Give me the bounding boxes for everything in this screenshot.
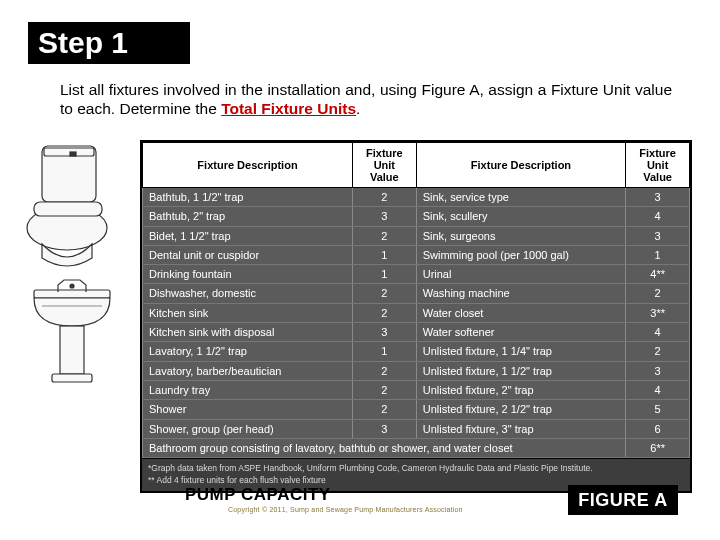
table-row: Bathtub, 1 1/2" trap2Sink, service type3 <box>143 188 690 207</box>
cell-desc: Sink, service type <box>416 188 626 207</box>
cell-val: 4 <box>626 380 690 399</box>
table-row: Lavatory, barber/beautician2Unlisted fix… <box>143 361 690 380</box>
intro-highlight: Total Fixture Units <box>221 100 356 117</box>
cell-val: 4 <box>626 207 690 226</box>
cell-desc: Dental unit or cuspidor <box>143 245 353 264</box>
svg-rect-5 <box>34 290 110 298</box>
cell-desc: Sink, surgeons <box>416 226 626 245</box>
table-row: Lavatory, 1 1/2" trap1Unlisted fixture, … <box>143 342 690 361</box>
cell-desc: Washing machine <box>416 284 626 303</box>
cell-desc: Kitchen sink <box>143 303 353 322</box>
table-row: Dental unit or cuspidor1Swimming pool (p… <box>143 245 690 264</box>
col-header-val-right: Fixture Unit Value <box>626 143 690 188</box>
cell-desc: Unlisted fixture, 2 1/2" trap <box>416 400 626 419</box>
col-header-desc-left: Fixture Description <box>143 143 353 188</box>
table-row: Dishwasher, domestic2Washing machine2 <box>143 284 690 303</box>
cell-desc: Swimming pool (per 1000 gal) <box>416 245 626 264</box>
figure-label: FIGURE A <box>568 485 678 515</box>
cell-val: 6 <box>626 419 690 438</box>
cell-val: 2 <box>352 303 416 322</box>
cell-desc: Urinal <box>416 265 626 284</box>
intro-post: . <box>356 100 360 117</box>
fixture-unit-table: Fixture Description Fixture Unit Value F… <box>140 140 692 493</box>
cell-val: 2 <box>626 284 690 303</box>
cell-val: 6** <box>626 438 690 457</box>
cell-desc: Unlisted fixture, 3" trap <box>416 419 626 438</box>
cell-val: 4 <box>626 323 690 342</box>
cell-desc: Unlisted fixture, 1 1/4" trap <box>416 342 626 361</box>
cell-desc: Bathtub, 2" trap <box>143 207 353 226</box>
cell-val: 2 <box>352 400 416 419</box>
fixture-illustrations <box>12 140 134 395</box>
cell-desc: Laundry tray <box>143 380 353 399</box>
table-row: Bathtub, 2" trap3Sink, scullery4 <box>143 207 690 226</box>
cell-desc: Unlisted fixture, 1 1/2" trap <box>416 361 626 380</box>
copyright-text: Copyright © 2011, Sump and Sewage Pump M… <box>228 506 463 513</box>
cell-val: 2 <box>352 284 416 303</box>
cell-desc: Unlisted fixture, 2" trap <box>416 380 626 399</box>
cell-val: 2 <box>352 380 416 399</box>
intro-pre: List all fixtures involved in the instal… <box>60 81 672 117</box>
cell-desc: Lavatory, 1 1/2" trap <box>143 342 353 361</box>
cell-val: 3 <box>626 226 690 245</box>
cell-val: 3 <box>352 419 416 438</box>
cell-desc: Lavatory, barber/beautician <box>143 361 353 380</box>
cell-val: 2 <box>352 188 416 207</box>
col-header-desc-right: Fixture Description <box>416 143 626 188</box>
footnote-1: *Graph data taken from ASPE Handbook, Un… <box>148 463 684 475</box>
table-row: Kitchen sink with disposal3Water softene… <box>143 323 690 342</box>
svg-point-6 <box>70 284 74 288</box>
cell-desc: Water softener <box>416 323 626 342</box>
table-row-span: Bathroom group consisting of lavatory, b… <box>143 438 690 457</box>
cell-val: 2 <box>352 226 416 245</box>
cell-val: 3 <box>352 207 416 226</box>
cell-val: 3 <box>626 188 690 207</box>
page-section-title: PUMP CAPACITY <box>185 485 331 505</box>
cell-val: 4** <box>626 265 690 284</box>
svg-rect-1 <box>44 148 94 156</box>
svg-rect-8 <box>52 374 92 382</box>
table-row: Shower, group (per head)3Unlisted fixtur… <box>143 419 690 438</box>
table-row: Kitchen sink2Water closet3** <box>143 303 690 322</box>
cell-desc: Sink, scullery <box>416 207 626 226</box>
col-header-val-left: Fixture Unit Value <box>352 143 416 188</box>
cell-val: 2 <box>352 361 416 380</box>
cell-val: 2 <box>626 342 690 361</box>
cell-val: 1 <box>352 245 416 264</box>
cell-desc: Bidet, 1 1/2" trap <box>143 226 353 245</box>
table-row: Bidet, 1 1/2" trap2Sink, surgeons3 <box>143 226 690 245</box>
cell-val: 3** <box>626 303 690 322</box>
cell-val: 5 <box>626 400 690 419</box>
svg-rect-2 <box>70 152 76 156</box>
table-row: Laundry tray2Unlisted fixture, 2" trap4 <box>143 380 690 399</box>
table-row: Drinking fountain1Urinal4** <box>143 265 690 284</box>
svg-rect-4 <box>34 202 102 216</box>
cell-desc: Dishwasher, domestic <box>143 284 353 303</box>
cell-desc: Shower, group (per head) <box>143 419 353 438</box>
cell-desc: Drinking fountain <box>143 265 353 284</box>
cell-desc: Shower <box>143 400 353 419</box>
cell-desc-span: Bathroom group consisting of lavatory, b… <box>143 438 626 457</box>
cell-val: 3 <box>626 361 690 380</box>
cell-val: 1 <box>626 245 690 264</box>
cell-desc: Kitchen sink with disposal <box>143 323 353 342</box>
cell-desc: Water closet <box>416 303 626 322</box>
svg-rect-7 <box>60 326 84 374</box>
cell-desc: Bathtub, 1 1/2" trap <box>143 188 353 207</box>
cell-val: 3 <box>352 323 416 342</box>
step-banner: Step 1 <box>28 22 190 64</box>
cell-val: 1 <box>352 342 416 361</box>
cell-val: 1 <box>352 265 416 284</box>
intro-text: List all fixtures involved in the instal… <box>60 80 672 119</box>
table-row: Shower2Unlisted fixture, 2 1/2" trap5 <box>143 400 690 419</box>
